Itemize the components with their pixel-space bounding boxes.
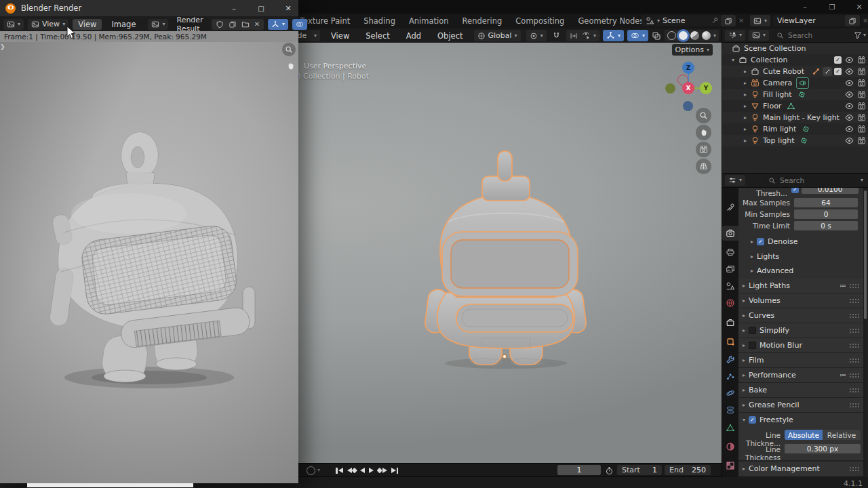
render-maximize-button[interactable]: □ — [256, 5, 266, 12]
tab-object-data-properties[interactable] — [722, 420, 738, 435]
tab-scene-properties[interactable] — [722, 279, 738, 293]
min-samples-value[interactable]: 0 — [794, 209, 858, 219]
panel-motion-blur[interactable]: ▸ Motion Blur — [738, 338, 863, 352]
main-close-button[interactable]: ✕ — [854, 3, 864, 12]
show-gizmo-toggle[interactable]: ▾ — [603, 30, 624, 41]
frame-start-field[interactable]: Start 1 — [617, 465, 662, 475]
tab-constraint-properties[interactable] — [722, 403, 738, 418]
denoise-checkbox[interactable]: ✓ — [757, 238, 764, 245]
absolute-option[interactable]: Absolute — [785, 430, 823, 440]
xray-toggle-icon[interactable] — [652, 31, 661, 41]
panel-bake[interactable]: ▸ Bake — [738, 383, 863, 397]
scene-unlink-button[interactable]: ✕ — [738, 17, 744, 24]
menu-image[interactable]: Image — [106, 19, 141, 30]
tab-tool-properties[interactable] — [722, 200, 738, 215]
camera-visibility-icon[interactable] — [857, 136, 866, 145]
show-overlays-toggle[interactable]: ▾ — [627, 30, 648, 41]
chevron-right-icon[interactable]: ▸ — [744, 104, 747, 109]
gizmo-axis-y[interactable]: Y — [700, 82, 712, 94]
unlink-button[interactable]: ✕ — [254, 20, 260, 28]
chevron-down-icon[interactable]: ▾ — [732, 58, 734, 63]
panel-grip-icon[interactable] — [850, 299, 859, 303]
render-close-button[interactable]: ✕ — [283, 4, 293, 13]
outliner-row-collection[interactable]: ▾ Collection ✓ — [722, 54, 868, 66]
freestyle-header[interactable]: ▾ ✓ Freestyle — [738, 413, 863, 427]
chevron-down-icon[interactable]: ▾ — [861, 178, 863, 183]
eye-icon[interactable] — [845, 102, 854, 110]
object-type-visibility[interactable]: ▾ — [578, 30, 599, 41]
panel-grip-icon[interactable] — [850, 373, 859, 378]
camera-visibility-icon[interactable] — [857, 102, 866, 110]
jump-to-end-button[interactable] — [389, 465, 401, 476]
panel-grip-icon[interactable] — [850, 403, 859, 407]
outliner-row-top-light[interactable]: ▸ Top light — [722, 135, 868, 146]
gizmo-axis-x[interactable]: X — [682, 82, 694, 94]
outliner-search[interactable] — [772, 30, 850, 41]
folder-icon[interactable] — [241, 20, 250, 28]
tab-collection-properties[interactable] — [722, 315, 738, 330]
shading-wireframe-button[interactable] — [667, 31, 676, 40]
chevron-down-icon[interactable]: ▾ — [317, 468, 320, 473]
panel-grip-icon[interactable] — [850, 467, 859, 471]
gizmo-axis-z-neg[interactable] — [683, 101, 693, 111]
panel-color-management[interactable]: ▸ Color Management — [738, 462, 863, 476]
eye-icon[interactable] — [845, 113, 854, 122]
tab-particle-properties[interactable] — [722, 369, 738, 384]
render-image[interactable]: ❯ — [0, 42, 298, 483]
editor-type-selector[interactable]: ▾ — [3, 19, 24, 30]
subpanel-denoise[interactable]: ▸ ✓ Denoise — [751, 237, 798, 246]
properties-editor-type[interactable]: ▾ — [725, 175, 745, 186]
line-thickness-value[interactable]: 0.300 px — [785, 444, 861, 453]
tab-view-layer-properties[interactable] — [722, 262, 738, 277]
outliner-row-main-light[interactable]: ▸ Main light - Key light — [722, 112, 868, 123]
eye-icon[interactable] — [845, 79, 854, 87]
chevron-right-icon[interactable]: ▸ — [744, 138, 747, 144]
tab-object-properties[interactable] — [722, 334, 738, 349]
camera-visibility-icon[interactable] — [857, 90, 866, 99]
outliner-row-scene-collection[interactable]: Scene Collection — [722, 43, 868, 54]
jump-to-start-button[interactable] — [334, 465, 345, 476]
outliner-search-input[interactable] — [787, 30, 837, 40]
snap-magnet-icon[interactable] — [552, 31, 561, 40]
transform-orientation[interactable]: Global ▾ — [474, 30, 521, 41]
image-mode-selector[interactable]: View ▾ — [28, 19, 68, 30]
play-reverse-button[interactable] — [358, 465, 367, 476]
menu-view[interactable]: View — [73, 19, 102, 30]
chevron-right-icon[interactable]: ▸ — [744, 115, 747, 121]
shield-icon[interactable] — [216, 20, 224, 28]
shading-material-button[interactable] — [690, 31, 699, 40]
panel-grip-icon[interactable] — [850, 344, 859, 348]
image-name-field[interactable]: Render Result — [172, 19, 207, 30]
max-samples-value[interactable]: 64 — [794, 198, 858, 207]
simplify-checkbox[interactable] — [749, 327, 756, 334]
panel-grip-icon[interactable] — [850, 314, 859, 318]
outliner-row-floor[interactable]: ▸ Floor — [722, 100, 868, 112]
properties-search[interactable] — [764, 176, 856, 186]
outliner-filter-id[interactable]: ▾ — [749, 30, 769, 41]
outliner-row-cute-robot[interactable]: ▸ Cute Robot ✓ — [722, 66, 868, 77]
view-layer-remove-button[interactable]: ✕ — [863, 17, 868, 24]
camera-visibility-icon[interactable] — [857, 67, 866, 76]
panel-volumes[interactable]: ▸ Volumes — [738, 293, 863, 308]
time-limit-value[interactable]: 0 s — [794, 221, 858, 230]
panel-performance[interactable]: ▸ Performance ≔ — [738, 368, 863, 382]
menu-object[interactable]: Object — [432, 30, 468, 41]
pivot-point[interactable]: ▾ — [526, 30, 547, 41]
gizmo-axis-z[interactable]: Z — [682, 62, 694, 74]
tab-output-properties[interactable] — [722, 245, 738, 260]
shading-solid-button[interactable] — [679, 31, 688, 40]
panel-grip-icon[interactable] — [850, 329, 859, 333]
properties-search-input[interactable] — [778, 176, 829, 185]
camera-visibility-icon[interactable] — [857, 125, 866, 134]
chevron-right-icon[interactable]: ▸ — [744, 69, 747, 75]
outliner-row-camera[interactable]: ▸ Camera — [722, 77, 868, 89]
main-restore-button[interactable]: ❐ — [827, 3, 837, 11]
panel-grip-icon[interactable] — [850, 388, 859, 392]
tab-geometry-nodes[interactable]: Geometry Nodes — [571, 14, 650, 28]
robot-model[interactable] — [419, 141, 592, 370]
toolbar-expand-icon[interactable]: ❯ — [0, 43, 5, 50]
tab-compositing[interactable]: Compositing — [509, 14, 571, 28]
camera-visibility-icon[interactable] — [857, 56, 866, 64]
noise-threshold-value[interactable]: 0.0100 — [802, 188, 859, 194]
camera-visibility-icon[interactable] — [857, 113, 866, 122]
